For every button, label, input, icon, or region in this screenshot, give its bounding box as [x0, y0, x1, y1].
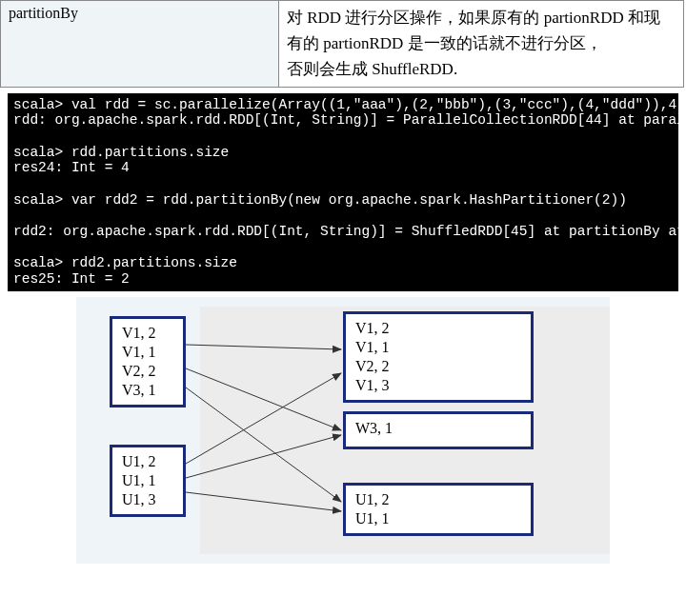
- term-text: partitionBy: [9, 5, 78, 21]
- kv-row: V1, 1: [122, 343, 173, 362]
- desc-part: 对: [287, 9, 307, 27]
- kv-row: V1, 2: [122, 324, 173, 343]
- kv-row: V3, 1: [122, 381, 173, 400]
- kv-row: V2, 2: [122, 362, 173, 381]
- terminal-line: res25: Int = 2: [13, 271, 130, 287]
- target-partition-2: W3, 1: [343, 411, 534, 449]
- terminal-output: scala> val rdd = sc.parallelize(Array((1…: [8, 93, 678, 291]
- definition-table: partitionBy 对 RDD 进行分区操作，如果原有的 partionRD…: [0, 0, 684, 88]
- desc-part: 进行分区操作，如果原有的: [341, 9, 544, 27]
- desc-part: 否则会生成: [287, 60, 372, 78]
- terminal-line: rdd: org.apache.spark.rdd.RDD[(Int, Stri…: [13, 112, 678, 128]
- kv-row: U1, 3: [122, 490, 173, 509]
- target-partition-3: U1, 2 U1, 1: [343, 483, 534, 536]
- source-partition-1: V1, 2 V1, 1 V2, 2 V3, 1: [110, 316, 186, 407]
- kv-row: U1, 2: [355, 490, 521, 509]
- terminal-line: scala> val rdd = sc.parallelize(Array((1…: [13, 97, 678, 112]
- desc-part: partionRDD: [544, 9, 624, 27]
- kv-row: V2, 2: [355, 357, 521, 376]
- kv-row: V1, 1: [355, 338, 521, 357]
- partition-diagram: V1, 2 V1, 1 V2, 2 V3, 1 U1, 2 U1, 1 U1, …: [76, 297, 610, 564]
- term-cell: partitionBy: [1, 1, 279, 88]
- terminal-line: res24: Int = 4: [13, 160, 130, 175]
- desc-part: 是一致的话就不进行分区，: [403, 34, 601, 52]
- kv-row: V1, 3: [355, 376, 521, 395]
- terminal-line: scala> var rdd2 = rdd.partitionBy(new or…: [13, 192, 627, 208]
- terminal-line: scala> rdd2.partitions.size: [13, 255, 237, 270]
- kv-row: U1, 1: [355, 509, 521, 528]
- source-partition-2: U1, 2 U1, 1 U1, 3: [110, 445, 186, 517]
- description-cell: 对 RDD 进行分区操作，如果原有的 partionRDD 和现有的 parti…: [279, 1, 684, 88]
- target-partition-1: V1, 2 V1, 1 V2, 2 V1, 3: [343, 311, 534, 403]
- desc-part: ShuffleRDD: [372, 60, 454, 78]
- desc-part: RDD: [307, 9, 341, 27]
- kv-row: V1, 2: [355, 319, 521, 338]
- kv-row: U1, 2: [122, 452, 173, 471]
- desc-part: .: [454, 60, 457, 78]
- terminal-line: rdd2: org.apache.spark.rdd.RDD[(Int, Str…: [13, 224, 678, 239]
- desc-part: partionRDD: [323, 34, 403, 52]
- kv-row: W3, 1: [355, 419, 521, 438]
- kv-row: U1, 1: [122, 471, 173, 490]
- terminal-line: scala> rdd.partitions.size: [13, 145, 229, 160]
